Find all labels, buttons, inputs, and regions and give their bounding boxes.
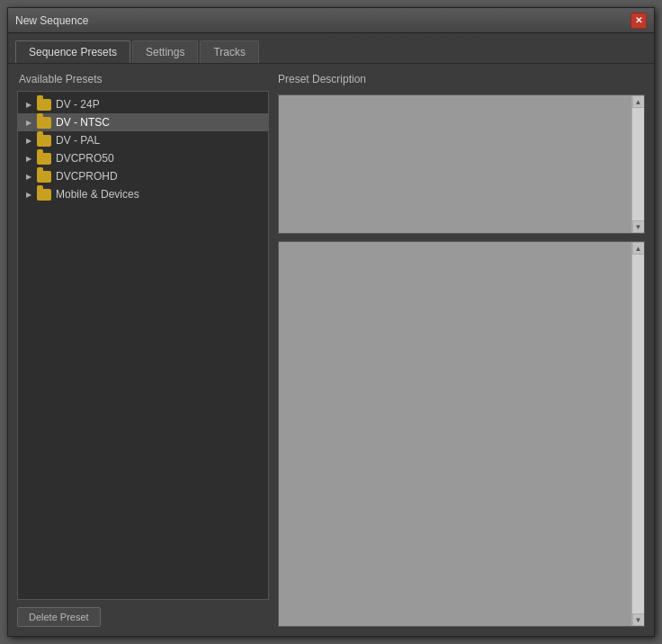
preset-label-dvcpro50: DVCPRO50 — [56, 152, 114, 165]
folder-icon-dv-ntsc — [37, 117, 51, 129]
scrollbar-top[interactable]: ▲ ▼ — [631, 95, 644, 233]
expand-arrow-dvcpro50: ▶ — [23, 153, 34, 164]
tab-sequence-presets[interactable]: Sequence Presets — [15, 40, 130, 63]
delete-preset-button[interactable]: Delete Preset — [17, 607, 101, 627]
preset-item-dvcpro50[interactable]: ▶ DVCPRO50 — [18, 149, 268, 167]
preset-item-dv-pal[interactable]: ▶ DV - PAL — [18, 131, 268, 149]
expand-arrow-dv-pal: ▶ — [23, 135, 34, 146]
preset-label-dvcprohd: DVCPROHD — [56, 170, 118, 183]
expand-arrow-mobile: ▶ — [23, 189, 34, 200]
tab-settings[interactable]: Settings — [132, 40, 198, 63]
preset-label-mobile: Mobile & Devices — [56, 188, 139, 201]
folder-icon-dv-pal — [37, 135, 51, 147]
preset-item-dv-ntsc[interactable]: ▶ DV - NTSC — [18, 113, 268, 131]
preset-label-dv-24p: DV - 24P — [56, 98, 100, 111]
content-area: Available Presets ▶ DV - 24P ▶ DV - NTSC… — [8, 64, 654, 636]
preset-item-dvcprohd[interactable]: ▶ DVCPROHD — [18, 167, 268, 185]
expand-arrow-dv-24p: ▶ — [23, 99, 34, 110]
folder-icon-dv-24p — [37, 99, 51, 111]
preset-label-dv-pal: DV - PAL — [56, 134, 100, 147]
scrollbar-bottom[interactable]: ▲ ▼ — [631, 242, 644, 626]
close-button[interactable]: ✕ — [631, 13, 647, 29]
preset-list: ▶ DV - 24P ▶ DV - NTSC ▶ DV - PAL ▶ — [17, 91, 269, 600]
scroll-down-arrow-top[interactable]: ▼ — [632, 220, 645, 233]
preset-label-dv-ntsc: DV - NTSC — [56, 116, 110, 129]
expand-arrow-dv-ntsc: ▶ — [23, 117, 34, 128]
preset-item-dv-24p[interactable]: ▶ DV - 24P — [18, 95, 268, 113]
available-presets-label: Available Presets — [17, 73, 269, 85]
scroll-down-arrow-bottom[interactable]: ▼ — [632, 613, 645, 626]
title-bar: New Sequence ✕ — [8, 8, 654, 33]
tabs-bar: Sequence Presets Settings Tracks — [8, 33, 654, 64]
new-sequence-window: New Sequence ✕ Sequence Presets Settings… — [7, 7, 655, 637]
description-box-top: ▲ ▼ — [278, 94, 645, 234]
scroll-up-arrow-top[interactable]: ▲ — [632, 95, 645, 108]
tab-tracks[interactable]: Tracks — [200, 40, 259, 63]
expand-arrow-dvcprohd: ▶ — [23, 171, 34, 182]
folder-icon-mobile — [37, 189, 51, 201]
window-title: New Sequence — [15, 14, 88, 27]
folder-icon-dvcprohd — [37, 171, 51, 183]
left-panel: Available Presets ▶ DV - 24P ▶ DV - NTSC… — [17, 73, 269, 627]
right-panel: Preset Description ▲ ▼ ▲ ▼ — [278, 73, 645, 627]
description-box-bottom: ▲ ▼ — [278, 241, 645, 627]
folder-icon-dvcpro50 — [37, 153, 51, 165]
preset-item-mobile-devices[interactable]: ▶ Mobile & Devices — [18, 185, 268, 203]
scroll-up-arrow-bottom[interactable]: ▲ — [632, 242, 645, 255]
preset-description-label: Preset Description — [278, 73, 645, 85]
